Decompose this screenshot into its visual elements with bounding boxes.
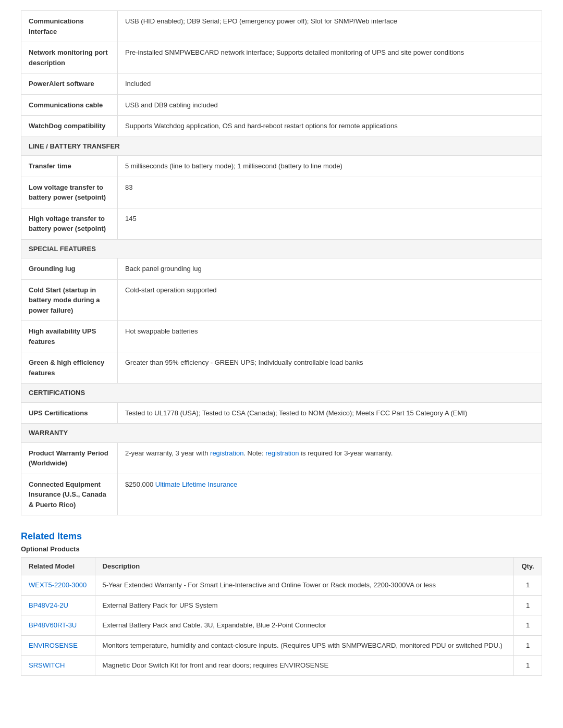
spec-row: Green & high efficiency featuresGreater … <box>21 352 542 384</box>
related-table-row: BP48V60RT-3UExternal Battery Pack and Ca… <box>21 615 542 636</box>
spec-row: Connected Equipment Insurance (U.S., Can… <box>21 474 542 515</box>
related-model-cell[interactable]: WEXT5-2200-3000 <box>21 575 95 596</box>
spec-row: UPS CertificationsTested to UL1778 (USA)… <box>21 402 542 424</box>
related-table-row: ENVIROSENSEMonitors temperature, humidit… <box>21 635 542 656</box>
related-description-cell: Magnetic Door Switch Kit for front and r… <box>95 656 514 676</box>
section-header-row: WARRANTY <box>21 424 542 443</box>
related-model-cell[interactable]: ENVIROSENSE <box>21 635 95 656</box>
spec-label: Cold Start (startup in battery mode duri… <box>21 279 118 321</box>
spec-row: High availability UPS featuresHot swappa… <box>21 321 542 352</box>
spec-label: PowerAlert software <box>21 73 118 95</box>
section-header-cell: SPECIAL FEATURES <box>21 239 542 258</box>
section-header-cell: CERTIFICATIONS <box>21 384 542 403</box>
section-header-row: SPECIAL FEATURES <box>21 239 542 258</box>
related-table-header-cell: Related Model <box>21 558 95 575</box>
related-table-header-row: Related ModelDescriptionQty. <box>21 558 542 575</box>
spec-value: Included <box>118 73 542 95</box>
spec-row: Network monitoring port descriptionPre-i… <box>21 42 542 73</box>
related-table-row: WEXT5-2200-30005-Year Extended Warranty … <box>21 575 542 596</box>
section-header-row: CERTIFICATIONS <box>21 384 542 403</box>
spec-row: WatchDog compatibilitySupports Watchdog … <box>21 116 542 137</box>
spec-value: 5 milliseconds (line to battery mode); 1… <box>118 156 542 177</box>
related-qty-cell: 1 <box>514 595 542 615</box>
spec-value: USB and DB9 cabling included <box>118 94 542 116</box>
related-items-section: Related Items Optional Products Related … <box>21 531 542 676</box>
spec-label: Low voltage transfer to battery power (s… <box>21 177 118 208</box>
related-table: Related ModelDescriptionQty.WEXT5-2200-3… <box>21 557 542 676</box>
related-model-cell[interactable]: SRSWITCH <box>21 656 95 676</box>
spec-row: Communications cableUSB and DB9 cabling … <box>21 94 542 116</box>
spec-value: 145 <box>118 208 542 239</box>
spec-value: Greater than 95% efficiency - GREEN UPS;… <box>118 352 542 384</box>
spec-label: Transfer time <box>21 156 118 177</box>
related-description-cell: Monitors temperature, humidity and conta… <box>95 635 514 656</box>
related-qty-cell: 1 <box>514 575 542 596</box>
spec-value: USB (HID enabled); DB9 Serial; EPO (emer… <box>118 11 542 42</box>
spec-label: WatchDog compatibility <box>21 116 118 137</box>
spec-label: Connected Equipment Insurance (U.S., Can… <box>21 474 118 515</box>
spec-row: PowerAlert softwareIncluded <box>21 73 542 95</box>
spec-value: Tested to UL1778 (USA); Tested to CSA (C… <box>118 402 542 424</box>
section-header-row: LINE / BATTERY TRANSFER <box>21 137 542 156</box>
spec-value[interactable]: 2-year warranty, 3 year with registratio… <box>118 442 542 474</box>
related-table-header-cell: Qty. <box>514 558 542 575</box>
spec-value: Supports Watchdog application, OS and ha… <box>118 116 542 137</box>
spec-label: UPS Certifications <box>21 402 118 424</box>
related-table-row: BP48V24-2UExternal Battery Pack for UPS … <box>21 595 542 615</box>
related-description-cell: 5-Year Extended Warranty - For Smart Lin… <box>95 575 514 596</box>
spec-label: High voltage transfer to battery power (… <box>21 208 118 239</box>
spec-row: Cold Start (startup in battery mode duri… <box>21 279 542 321</box>
spec-value[interactable]: $250,000 Ultimate Lifetime Insurance <box>118 474 542 515</box>
spec-table: Communications interfaceUSB (HID enabled… <box>21 10 542 515</box>
related-qty-cell: 1 <box>514 656 542 676</box>
spec-row: Low voltage transfer to battery power (s… <box>21 177 542 208</box>
spec-value: Back panel grounding lug <box>118 258 542 280</box>
spec-value: 83 <box>118 177 542 208</box>
spec-row: High voltage transfer to battery power (… <box>21 208 542 239</box>
spec-row: Transfer time5 milliseconds (line to bat… <box>21 156 542 177</box>
related-items-title: Related Items <box>21 531 542 542</box>
spec-value: Hot swappable batteries <box>118 321 542 352</box>
section-header-cell: WARRANTY <box>21 424 542 443</box>
spec-label: Communications interface <box>21 11 118 42</box>
spec-value: Cold-start operation supported <box>118 279 542 321</box>
optional-products-label: Optional Products <box>21 545 542 553</box>
related-model-cell[interactable]: BP48V60RT-3U <box>21 615 95 636</box>
related-model-cell[interactable]: BP48V24-2U <box>21 595 95 615</box>
related-table-header-cell: Description <box>95 558 514 575</box>
spec-label: Product Warranty Period (Worldwide) <box>21 442 118 474</box>
related-table-row: SRSWITCHMagnetic Door Switch Kit for fro… <box>21 656 542 676</box>
spec-label: Communications cable <box>21 94 118 116</box>
spec-label: High availability UPS features <box>21 321 118 352</box>
section-header-cell: LINE / BATTERY TRANSFER <box>21 137 542 156</box>
spec-value: Pre-installed SNMPWEBCARD network interf… <box>118 42 542 73</box>
spec-label: Network monitoring port description <box>21 42 118 73</box>
related-qty-cell: 1 <box>514 615 542 636</box>
spec-row: Grounding lugBack panel grounding lug <box>21 258 542 280</box>
spec-row: Product Warranty Period (Worldwide)2-yea… <box>21 442 542 474</box>
spec-row: Communications interfaceUSB (HID enabled… <box>21 11 542 42</box>
related-qty-cell: 1 <box>514 635 542 656</box>
related-description-cell: External Battery Pack for UPS System <box>95 595 514 615</box>
spec-label: Grounding lug <box>21 258 118 280</box>
related-description-cell: External Battery Pack and Cable. 3U, Exp… <box>95 615 514 636</box>
spec-label: Green & high efficiency features <box>21 352 118 384</box>
